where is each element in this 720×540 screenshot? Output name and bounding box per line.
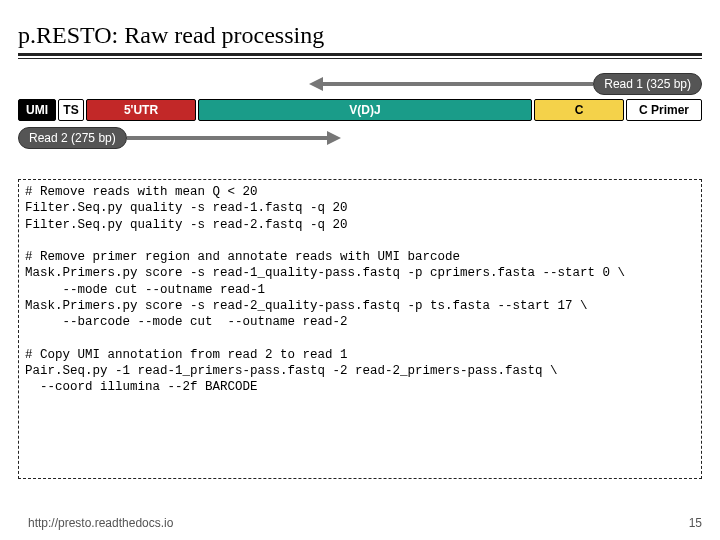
segment-ts: TS	[58, 99, 84, 121]
read1-label: Read 1 (325 bp)	[593, 73, 702, 95]
title-rule-thick	[18, 53, 702, 56]
segment-c: C	[534, 99, 624, 121]
segment-umi: UMI	[18, 99, 56, 121]
segment-5utr: 5'UTR	[86, 99, 196, 121]
arrow-shaft	[323, 82, 593, 86]
segment-cprimer: C Primer	[626, 99, 702, 121]
code-block: # Remove reads with mean Q < 20 Filter.S…	[18, 179, 702, 479]
page-number: 15	[689, 516, 702, 530]
footer: http://presto.readthedocs.io 15	[28, 516, 702, 530]
read2-label: Read 2 (275 bp)	[18, 127, 127, 149]
footer-url: http://presto.readthedocs.io	[28, 516, 173, 530]
sequence-segments: UMI TS 5'UTR V(D)J C C Primer	[18, 99, 702, 121]
title-rule-thin	[18, 58, 702, 59]
arrow-shaft	[127, 136, 327, 140]
arrow-right-head-icon	[327, 131, 341, 145]
arrow-left-head-icon	[309, 77, 323, 91]
read1-arrow: Read 1 (325 bp)	[309, 73, 702, 95]
page-title: p.RESTO: Raw read processing	[18, 22, 702, 49]
segment-vdj: V(D)J	[198, 99, 532, 121]
read2-arrow: Read 2 (275 bp)	[18, 127, 341, 149]
read-diagram: Read 1 (325 bp) UMI TS 5'UTR V(D)J C C P…	[18, 73, 702, 173]
